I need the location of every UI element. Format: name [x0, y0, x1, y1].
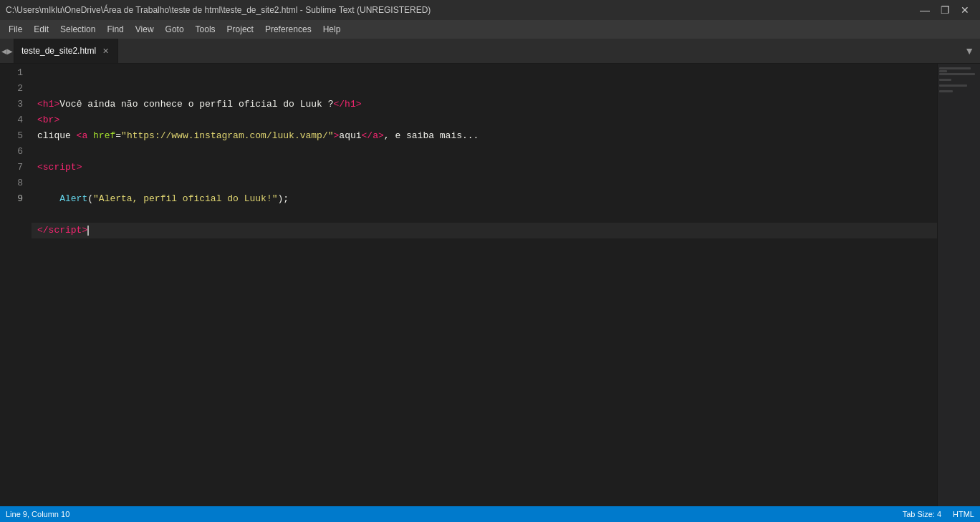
menu-bar: FileEditSelectionFindViewGotoToolsProjec… [0, 20, 980, 39]
title-bar: C:\Users\mIklu\OneDrive\Área de Trabalho… [0, 0, 980, 20]
maximize-button[interactable]: ❐ [936, 3, 954, 17]
code-line-1: <h1>Você ainda não conhece o perfil ofic… [32, 97, 937, 112]
tab-dropdown-button[interactable]: ▼ [959, 39, 980, 63]
menu-item-project[interactable]: Project [221, 22, 259, 37]
code-line-9: </script> [32, 223, 937, 238]
code-editor[interactable]: <h1>Você ainda não conhece o perfil ofic… [32, 64, 937, 506]
code-line-4 [32, 144, 937, 160]
line-number-7: 7 [6, 160, 23, 175]
menu-item-edit[interactable]: Edit [28, 22, 54, 37]
tab-teste-de-site2[interactable]: teste_de_site2.html ✕ [14, 39, 118, 63]
code-line-6 [32, 175, 937, 191]
tab-label: teste_de_site2.html [21, 46, 96, 56]
cursor-position: Line 9, Column 10 [6, 510, 69, 518]
line-numbers: 123456789 [0, 64, 32, 506]
tab-size: Tab Size: 4 [903, 510, 941, 518]
status-left: Line 9, Column 10 [6, 510, 69, 518]
minimap [937, 64, 980, 506]
code-line-2: <br> [32, 112, 937, 128]
tab-nav-left[interactable]: ◀▶ [0, 39, 14, 63]
menu-item-find[interactable]: Find [101, 22, 129, 37]
menu-item-help[interactable]: Help [317, 22, 347, 37]
menu-item-tools[interactable]: Tools [190, 22, 221, 37]
line-number-3: 3 [6, 97, 23, 112]
title-bar-controls: — ❐ ✕ [916, 3, 974, 17]
menu-item-file[interactable]: File [3, 22, 28, 37]
menu-item-selection[interactable]: Selection [54, 22, 101, 37]
text-cursor [87, 226, 89, 236]
language-mode: HTML [953, 510, 974, 518]
status-right: Tab Size: 4 HTML [903, 510, 974, 518]
code-line-7: Alert("Alerta, perfil oficial do Luuk!")… [32, 191, 937, 207]
line-number-6: 6 [6, 144, 23, 160]
title-bar-left: C:\Users\mIklu\OneDrive\Área de Trabalho… [6, 5, 431, 15]
line-number-5: 5 [6, 128, 23, 144]
minimize-button[interactable]: — [916, 3, 934, 17]
line-number-8: 8 [6, 175, 23, 191]
menu-item-goto[interactable]: Goto [160, 22, 190, 37]
line-number-9: 9 [6, 191, 23, 207]
code-line-5: <script> [32, 160, 937, 175]
close-button[interactable]: ✕ [956, 3, 974, 17]
line-number-4: 4 [6, 112, 23, 128]
tab-close-button[interactable]: ✕ [100, 46, 110, 56]
status-bar: Line 9, Column 10 Tab Size: 4 HTML [0, 506, 980, 522]
menu-item-view[interactable]: View [130, 22, 160, 37]
code-line-8 [32, 207, 937, 223]
minimap-content [938, 64, 980, 96]
line-number-1: 1 [6, 65, 23, 81]
editor: 123456789 <h1>Você ainda não conhece o p… [0, 64, 980, 506]
line-number-2: 2 [6, 81, 23, 97]
tab-bar: ◀▶ teste_de_site2.html ✕ ▼ [0, 39, 980, 64]
title-bar-title: C:\Users\mIklu\OneDrive\Área de Trabalho… [6, 5, 431, 15]
code-line-3: clique <a href="https://www.instagram.co… [32, 128, 937, 144]
menu-item-preferences[interactable]: Preferences [259, 22, 317, 37]
